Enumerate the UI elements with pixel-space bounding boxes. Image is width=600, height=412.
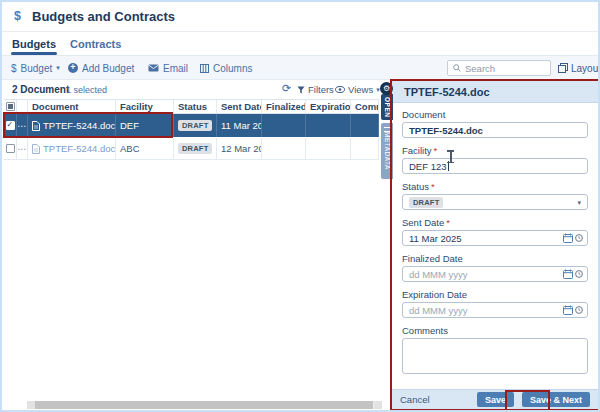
scroll-right-arrow[interactable] [374, 401, 382, 409]
selected-count: 1 selected [66, 85, 107, 95]
document-icon [32, 121, 40, 131]
active-tab-underline [11, 52, 57, 55]
cancel-button[interactable]: Cancel [400, 394, 430, 405]
expiration-date-field-label: Expiration Date [402, 289, 588, 300]
finalized-date-field-label: Finalized Date [402, 253, 588, 264]
document-field-label: Document [402, 109, 588, 120]
document-field[interactable]: TPTEF-5244.doc [402, 122, 588, 138]
document-icon [32, 144, 40, 154]
facility-field-label: Facility [402, 145, 432, 156]
search-placeholder: Search [465, 63, 495, 74]
sent-date-cell: 11 Mar 20... [217, 114, 262, 137]
lines-icon [384, 127, 390, 132]
status-badge: DRAFT [409, 197, 443, 208]
plus-icon: + [68, 63, 78, 73]
col-header-comments[interactable]: Commen... [351, 100, 379, 113]
save-next-button[interactable]: Save & Next [522, 392, 590, 407]
tab-contracts[interactable]: Contracts [70, 38, 121, 50]
envelope-icon [148, 64, 159, 72]
layout-icon [558, 63, 568, 73]
col-header-facility[interactable]: Facility [116, 100, 174, 113]
eye-icon [335, 86, 345, 93]
save-button[interactable]: Save [477, 392, 514, 407]
checkbox-empty-icon [6, 144, 15, 153]
facility-cell: ABC [116, 138, 174, 159]
row-checkbox[interactable] [4, 114, 17, 137]
calendar-icon[interactable] [563, 269, 573, 279]
clock-icon[interactable] [575, 270, 583, 278]
document-link[interactable]: TPTEF-5244.doc [43, 120, 115, 131]
facility-cell: DEF [116, 114, 174, 137]
clock-icon[interactable] [575, 306, 583, 314]
metadata-panel: TPTEF-5244.doc Document TPTEF-5244.doc F… [392, 81, 598, 409]
col-header-expiration[interactable]: Expiratio... [306, 100, 351, 113]
page-title: Budgets and Contracts [32, 9, 175, 24]
row-menu-button[interactable]: ⋯ [17, 114, 28, 137]
horizontal-scrollbar[interactable] [27, 401, 382, 409]
col-header-sent-date[interactable]: Sent Date [217, 100, 262, 113]
mouse-ibeam-cursor [446, 150, 455, 163]
status-badge: DRAFT [178, 120, 212, 131]
scroll-left-arrow[interactable] [27, 401, 35, 409]
tab-budgets[interactable]: Budgets [12, 38, 56, 50]
status-badge: DRAFT [178, 143, 212, 154]
toolbar: $ Budget ▾ + Add Budget Email Columns Se… [2, 56, 598, 80]
columns-icon [200, 64, 209, 73]
ellipsis-icon: ⋯ [17, 144, 27, 154]
layout-button[interactable]: Layout ▾ [558, 60, 600, 76]
scrollbar-thumb[interactable] [35, 401, 373, 409]
add-budget-button[interactable]: + Add Budget [68, 56, 134, 80]
ellipsis-icon: ⋯ [17, 121, 27, 131]
sent-date-cell: 12 Mar 20... [217, 138, 262, 159]
comments-textarea[interactable] [402, 338, 588, 374]
gear-icon[interactable]: ⚙ [380, 82, 393, 95]
col-header-status[interactable]: Status [174, 100, 217, 113]
budget-menu-button[interactable]: $ Budget ▾ [11, 56, 60, 80]
filters-button[interactable]: Filters [297, 84, 334, 95]
dollar-icon: $ [14, 9, 21, 23]
columns-button[interactable]: Columns [200, 56, 252, 80]
expiration-date-field[interactable]: dd MMM yyyy [402, 302, 588, 318]
clock-icon[interactable] [575, 234, 583, 242]
required-asterisk: * [431, 181, 435, 192]
views-button[interactable]: Views ▾ [335, 84, 380, 95]
tab-bar: Budgets Contracts [2, 32, 598, 56]
col-header-document[interactable]: Document [28, 100, 116, 113]
panel-footer: Cancel Save Save & Next [392, 389, 598, 409]
row-checkbox[interactable] [4, 138, 17, 159]
refresh-icon[interactable]: ⟳ [282, 82, 291, 95]
table-header-row: Document Facility Status Sent Date Final… [4, 99, 379, 114]
row-menu-button[interactable]: ⋯ [17, 138, 28, 159]
title-bar: $ Budgets and Contracts [2, 2, 598, 32]
email-button[interactable]: Email [148, 56, 188, 80]
chevron-down-icon: ▾ [56, 64, 60, 72]
status-select[interactable]: DRAFT ▾ [402, 194, 588, 210]
open-vertical-tab[interactable]: OPEN [381, 94, 393, 120]
app-window: $ Budgets and Contracts Budgets Contract… [0, 0, 600, 412]
table-row[interactable]: ⋯ TPTEF-5244.doc ABC DRAFT 12 Mar 20... [4, 138, 379, 160]
finalized-date-field[interactable]: dd MMM yyyy [402, 266, 588, 282]
required-asterisk: * [446, 217, 450, 228]
checkbox-checked-icon [6, 121, 15, 130]
comments-field-label: Comments [402, 325, 588, 336]
table-row-selected[interactable]: ⋯ TPTEF-5244.doc DEF DRAFT 11 Mar 20... [4, 114, 379, 137]
chevron-down-icon: ▾ [577, 199, 581, 207]
dollar-icon: $ [11, 63, 17, 74]
required-asterisk: * [434, 145, 438, 156]
status-field-label: Status [402, 181, 429, 192]
search-icon [453, 64, 461, 72]
document-count: 2 Document [12, 84, 69, 95]
list-header: 2 Document 1 selected ⟳ Filters Views ▾ [4, 82, 380, 99]
calendar-icon[interactable] [563, 233, 573, 243]
col-header-finalized[interactable]: Finalized... [262, 100, 306, 113]
calendar-icon[interactable] [563, 305, 573, 315]
filter-funnel-icon [297, 86, 305, 94]
panel-title: TPTEF-5244.doc [392, 81, 598, 103]
metadata-vertical-tab[interactable]: METADATA [381, 123, 393, 179]
facility-field[interactable]: DEF 123 [402, 158, 588, 174]
search-input[interactable]: Search [447, 60, 551, 76]
sent-date-field[interactable]: 11 Mar 2025 [402, 230, 588, 246]
select-all-checkbox[interactable] [4, 100, 17, 113]
sent-date-field-label: Sent Date [402, 217, 444, 228]
document-link[interactable]: TPTEF-5244.doc [43, 143, 115, 154]
